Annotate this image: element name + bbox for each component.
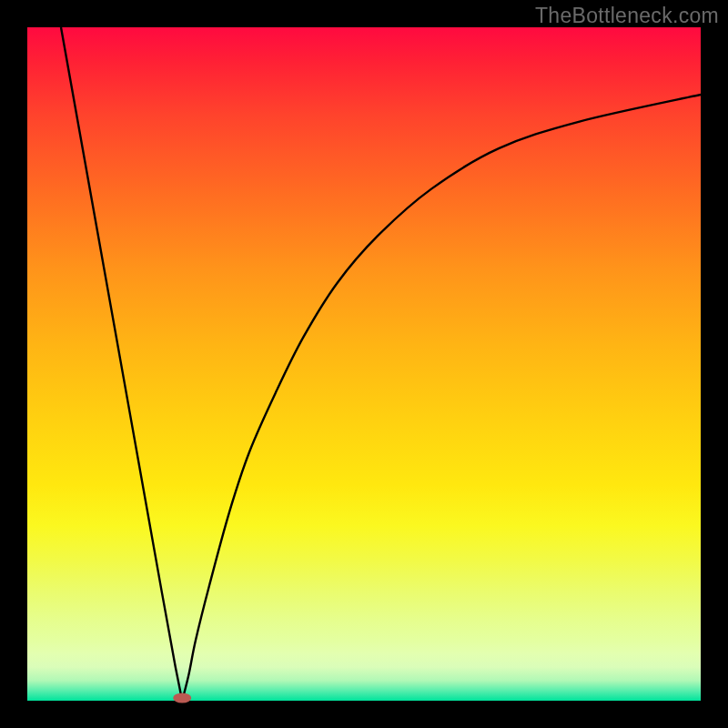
plot-area bbox=[27, 27, 701, 701]
bottleneck-curve bbox=[27, 27, 701, 701]
curve-path bbox=[61, 27, 701, 701]
minimum-marker bbox=[173, 693, 191, 703]
watermark-text: TheBottleneck.com bbox=[535, 4, 719, 28]
chart-container: TheBottleneck.com bbox=[0, 0, 728, 728]
